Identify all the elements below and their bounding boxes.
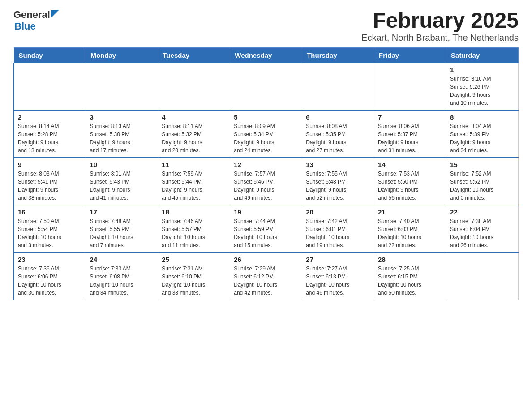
calendar-cell: 22Sunrise: 7:38 AMSunset: 6:04 PMDayligh… xyxy=(446,205,519,253)
calendar-cell: 16Sunrise: 7:50 AMSunset: 5:54 PMDayligh… xyxy=(14,205,86,253)
calendar-cell: 25Sunrise: 7:31 AMSunset: 6:10 PMDayligh… xyxy=(158,253,230,300)
day-number: 9 xyxy=(18,161,82,168)
day-info: Sunrise: 7:27 AMSunset: 6:13 PMDaylight:… xyxy=(306,265,370,297)
day-info: Sunrise: 7:40 AMSunset: 6:03 PMDaylight:… xyxy=(378,217,442,249)
weekday-header-tuesday: Tuesday xyxy=(158,47,230,63)
day-number: 8 xyxy=(450,113,515,121)
calendar-cell: 11Sunrise: 7:59 AMSunset: 5:44 PMDayligh… xyxy=(158,158,230,205)
calendar-cell: 4Sunrise: 8:11 AMSunset: 5:32 PMDaylight… xyxy=(158,110,230,158)
svg-marker-0 xyxy=(51,10,59,18)
day-number: 23 xyxy=(18,256,82,263)
day-info: Sunrise: 7:52 AMSunset: 5:52 PMDaylight:… xyxy=(450,170,515,202)
day-info: Sunrise: 7:59 AMSunset: 5:44 PMDaylight:… xyxy=(162,170,226,202)
day-info: Sunrise: 7:57 AMSunset: 5:46 PMDaylight:… xyxy=(234,170,298,202)
day-info: Sunrise: 7:31 AMSunset: 6:10 PMDaylight:… xyxy=(162,265,226,297)
day-number: 6 xyxy=(306,113,370,121)
calendar-cell xyxy=(446,253,519,300)
calendar: SundayMondayTuesdayWednesdayThursdayFrid… xyxy=(13,47,519,300)
day-info: Sunrise: 7:33 AMSunset: 6:08 PMDaylight:… xyxy=(90,265,154,297)
day-info: Sunrise: 8:16 AMSunset: 5:26 PMDaylight:… xyxy=(450,75,515,107)
day-info: Sunrise: 8:14 AMSunset: 5:28 PMDaylight:… xyxy=(18,122,82,154)
calendar-cell: 17Sunrise: 7:48 AMSunset: 5:55 PMDayligh… xyxy=(86,205,158,253)
calendar-cell xyxy=(230,63,302,110)
day-info: Sunrise: 8:06 AMSunset: 5:37 PMDaylight:… xyxy=(378,122,442,154)
weekday-header-friday: Friday xyxy=(374,47,446,63)
logo-blue: Blue xyxy=(14,21,59,32)
day-info: Sunrise: 7:29 AMSunset: 6:12 PMDaylight:… xyxy=(234,265,298,297)
calendar-cell: 9Sunrise: 8:03 AMSunset: 5:41 PMDaylight… xyxy=(14,158,86,205)
calendar-cell: 5Sunrise: 8:09 AMSunset: 5:34 PMDaylight… xyxy=(230,110,302,158)
calendar-cell: 19Sunrise: 7:44 AMSunset: 5:59 PMDayligh… xyxy=(230,205,302,253)
week-row-0: 1Sunrise: 8:16 AMSunset: 5:26 PMDaylight… xyxy=(14,63,519,110)
day-info: Sunrise: 8:01 AMSunset: 5:43 PMDaylight:… xyxy=(90,170,154,202)
day-number: 13 xyxy=(306,161,370,168)
day-number: 15 xyxy=(450,161,515,168)
day-info: Sunrise: 8:13 AMSunset: 5:30 PMDaylight:… xyxy=(90,122,154,154)
calendar-cell: 8Sunrise: 8:04 AMSunset: 5:39 PMDaylight… xyxy=(446,110,519,158)
weekday-header-sunday: Sunday xyxy=(14,47,86,63)
calendar-cell: 27Sunrise: 7:27 AMSunset: 6:13 PMDayligh… xyxy=(302,253,374,300)
week-row-4: 23Sunrise: 7:36 AMSunset: 6:06 PMDayligh… xyxy=(14,253,519,300)
day-number: 21 xyxy=(378,208,442,216)
calendar-cell: 28Sunrise: 7:25 AMSunset: 6:15 PMDayligh… xyxy=(374,253,446,300)
weekday-header-thursday: Thursday xyxy=(302,47,374,63)
week-row-3: 16Sunrise: 7:50 AMSunset: 5:54 PMDayligh… xyxy=(14,205,519,253)
calendar-cell: 3Sunrise: 8:13 AMSunset: 5:30 PMDaylight… xyxy=(86,110,158,158)
day-number: 10 xyxy=(90,161,154,168)
calendar-cell xyxy=(374,63,446,110)
calendar-cell: 15Sunrise: 7:52 AMSunset: 5:52 PMDayligh… xyxy=(446,158,519,205)
day-number: 20 xyxy=(306,208,370,216)
calendar-cell: 14Sunrise: 7:53 AMSunset: 5:50 PMDayligh… xyxy=(374,158,446,205)
calendar-cell: 7Sunrise: 8:06 AMSunset: 5:37 PMDaylight… xyxy=(374,110,446,158)
logo-triangle-icon xyxy=(51,10,59,18)
day-number: 4 xyxy=(162,113,226,121)
day-info: Sunrise: 8:03 AMSunset: 5:41 PMDaylight:… xyxy=(18,170,82,202)
day-number: 26 xyxy=(234,256,298,263)
week-row-1: 2Sunrise: 8:14 AMSunset: 5:28 PMDaylight… xyxy=(14,110,519,158)
calendar-cell: 13Sunrise: 7:55 AMSunset: 5:48 PMDayligh… xyxy=(302,158,374,205)
calendar-cell: 20Sunrise: 7:42 AMSunset: 6:01 PMDayligh… xyxy=(302,205,374,253)
day-number: 22 xyxy=(450,208,515,216)
day-number: 24 xyxy=(90,256,154,263)
weekday-header-saturday: Saturday xyxy=(446,47,519,63)
weekday-header-wednesday: Wednesday xyxy=(230,47,302,63)
day-info: Sunrise: 7:53 AMSunset: 5:50 PMDaylight:… xyxy=(378,170,442,202)
day-number: 12 xyxy=(234,161,298,168)
header: General Blue February 2025 Eckart, North… xyxy=(13,9,519,43)
calendar-cell: 6Sunrise: 8:08 AMSunset: 5:35 PMDaylight… xyxy=(302,110,374,158)
title-area: February 2025 Eckart, North Brabant, The… xyxy=(361,9,519,43)
weekday-header-row: SundayMondayTuesdayWednesdayThursdayFrid… xyxy=(14,47,519,63)
day-info: Sunrise: 7:36 AMSunset: 6:06 PMDaylight:… xyxy=(18,265,82,297)
day-info: Sunrise: 7:44 AMSunset: 5:59 PMDaylight:… xyxy=(234,217,298,249)
day-number: 18 xyxy=(162,208,226,216)
calendar-cell xyxy=(302,63,374,110)
day-info: Sunrise: 8:11 AMSunset: 5:32 PMDaylight:… xyxy=(162,122,226,154)
logo: General Blue xyxy=(13,9,59,32)
day-info: Sunrise: 7:55 AMSunset: 5:48 PMDaylight:… xyxy=(306,170,370,202)
subtitle: Eckart, North Brabant, The Netherlands xyxy=(361,33,519,43)
logo-general: General xyxy=(13,9,50,21)
day-number: 19 xyxy=(234,208,298,216)
day-number: 5 xyxy=(234,113,298,121)
day-info: Sunrise: 7:48 AMSunset: 5:55 PMDaylight:… xyxy=(90,217,154,249)
day-number: 16 xyxy=(18,208,82,216)
week-row-2: 9Sunrise: 8:03 AMSunset: 5:41 PMDaylight… xyxy=(14,158,519,205)
calendar-cell: 12Sunrise: 7:57 AMSunset: 5:46 PMDayligh… xyxy=(230,158,302,205)
day-number: 1 xyxy=(450,66,515,73)
day-number: 17 xyxy=(90,208,154,216)
day-number: 2 xyxy=(18,113,82,121)
calendar-cell: 10Sunrise: 8:01 AMSunset: 5:43 PMDayligh… xyxy=(86,158,158,205)
calendar-cell: 2Sunrise: 8:14 AMSunset: 5:28 PMDaylight… xyxy=(14,110,86,158)
day-info: Sunrise: 8:09 AMSunset: 5:34 PMDaylight:… xyxy=(234,122,298,154)
day-number: 7 xyxy=(378,113,442,121)
calendar-cell xyxy=(158,63,230,110)
day-number: 3 xyxy=(90,113,154,121)
day-number: 11 xyxy=(162,161,226,168)
calendar-cell: 18Sunrise: 7:46 AMSunset: 5:57 PMDayligh… xyxy=(158,205,230,253)
month-title: February 2025 xyxy=(361,9,519,33)
day-info: Sunrise: 7:46 AMSunset: 5:57 PMDaylight:… xyxy=(162,217,226,249)
calendar-cell: 24Sunrise: 7:33 AMSunset: 6:08 PMDayligh… xyxy=(86,253,158,300)
calendar-cell: 26Sunrise: 7:29 AMSunset: 6:12 PMDayligh… xyxy=(230,253,302,300)
day-number: 27 xyxy=(306,256,370,263)
day-info: Sunrise: 7:25 AMSunset: 6:15 PMDaylight:… xyxy=(378,265,442,297)
